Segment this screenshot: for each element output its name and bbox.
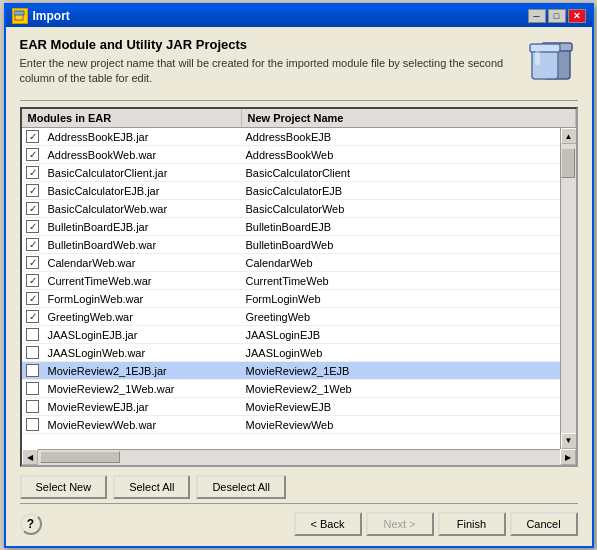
table-row[interactable]: ✓BulletinBoardWeb.warBulletinBoardWeb — [22, 236, 560, 254]
table-row[interactable]: ✓CurrentTimeWeb.warCurrentTimeWeb — [22, 272, 560, 290]
scroll-up-button[interactable]: ▲ — [561, 128, 576, 144]
finish-button[interactable]: Finish — [438, 512, 506, 536]
row-checkbox[interactable]: ✓ — [22, 129, 44, 144]
table-row[interactable]: JAASLoginEJB.jarJAASLoginEJB — [22, 326, 560, 344]
modules-table: Modules in EAR New Project Name ✓Address… — [20, 107, 578, 466]
checkbox-indicator[interactable] — [26, 364, 39, 377]
horizontal-scrollbar[interactable]: ◀ ▶ — [22, 449, 576, 465]
checkbox-indicator[interactable]: ✓ — [26, 274, 39, 287]
module-name-cell: BulletinBoardEJB.jar — [44, 220, 242, 234]
table-header: Modules in EAR New Project Name — [22, 109, 576, 128]
selection-buttons: Select New Select All Deselect All — [20, 475, 578, 499]
row-checkbox[interactable] — [22, 417, 44, 432]
minimize-button[interactable]: ─ — [528, 9, 546, 23]
module-name-cell: BasicCalculatorEJB.jar — [44, 184, 242, 198]
col-header-newname: New Project Name — [242, 109, 576, 127]
scroll-left-button[interactable]: ◀ — [22, 449, 38, 465]
row-checkbox[interactable] — [22, 381, 44, 396]
new-project-name-cell[interactable]: JAASLoginEJB — [242, 328, 560, 342]
row-checkbox[interactable] — [22, 399, 44, 414]
back-button[interactable]: < Back — [294, 512, 362, 536]
window-title: Import — [33, 9, 70, 23]
checkbox-indicator[interactable]: ✓ — [26, 292, 39, 305]
row-checkbox[interactable] — [22, 327, 44, 342]
table-row[interactable]: ✓BasicCalculatorEJB.jarBasicCalculatorEJ… — [22, 182, 560, 200]
new-project-name-cell[interactable]: AddressBookEJB — [242, 130, 560, 144]
row-checkbox[interactable]: ✓ — [22, 291, 44, 306]
checkbox-indicator[interactable]: ✓ — [26, 148, 39, 161]
checkbox-indicator[interactable] — [26, 418, 39, 431]
checkbox-indicator[interactable]: ✓ — [26, 184, 39, 197]
row-checkbox[interactable] — [22, 345, 44, 360]
table-row[interactable]: MovieReview2_1Web.warMovieReview2_1Web — [22, 380, 560, 398]
select-all-button[interactable]: Select All — [113, 475, 190, 499]
vertical-scrollbar[interactable]: ▲ ▼ — [560, 128, 576, 448]
title-bar: Import ─ □ ✕ — [6, 5, 592, 27]
module-name-cell: FormLoginWeb.war — [44, 292, 242, 306]
row-checkbox[interactable] — [22, 363, 44, 378]
select-new-button[interactable]: Select New — [20, 475, 108, 499]
module-name-cell: MovieReviewEJB.jar — [44, 400, 242, 414]
checkbox-indicator[interactable]: ✓ — [26, 130, 39, 143]
table-row[interactable]: MovieReview2_1EJB.jarMovieReview2_1EJB — [22, 362, 560, 380]
module-name-cell: BasicCalculatorWeb.war — [44, 202, 242, 216]
new-project-name-cell[interactable]: AddressBookWeb — [242, 148, 560, 162]
checkbox-indicator[interactable] — [26, 328, 39, 341]
row-checkbox[interactable]: ✓ — [22, 309, 44, 324]
table-row[interactable]: ✓BulletinBoardEJB.jarBulletinBoardEJB — [22, 218, 560, 236]
new-project-name-cell[interactable]: FormLoginWeb — [242, 292, 560, 306]
cancel-button[interactable]: Cancel — [510, 512, 578, 536]
row-checkbox[interactable]: ✓ — [22, 165, 44, 180]
new-project-name-cell[interactable]: BulletinBoardWeb — [242, 238, 560, 252]
maximize-button[interactable]: □ — [548, 9, 566, 23]
checkbox-indicator[interactable] — [26, 382, 39, 395]
checkbox-indicator[interactable]: ✓ — [26, 310, 39, 323]
checkbox-indicator[interactable]: ✓ — [26, 238, 39, 251]
table-row[interactable]: ✓BasicCalculatorWeb.warBasicCalculatorWe… — [22, 200, 560, 218]
new-project-name-cell[interactable]: GreetingWeb — [242, 310, 560, 324]
new-project-name-cell[interactable]: MovieReview2_1Web — [242, 382, 560, 396]
table-row[interactable]: ✓CalendarWeb.warCalendarWeb — [22, 254, 560, 272]
close-button[interactable]: ✕ — [568, 9, 586, 23]
new-project-name-cell[interactable]: MovieReview2_1EJB — [242, 364, 560, 378]
new-project-name-cell[interactable]: JAASLoginWeb — [242, 346, 560, 360]
scroll-thumb[interactable] — [561, 148, 575, 178]
row-checkbox[interactable]: ✓ — [22, 237, 44, 252]
table-row[interactable]: ✓AddressBookWeb.warAddressBookWeb — [22, 146, 560, 164]
h-scroll-thumb[interactable] — [40, 451, 120, 463]
new-project-name-cell[interactable]: MovieReviewWeb — [242, 418, 560, 432]
table-row[interactable]: ✓BasicCalculatorClient.jarBasicCalculato… — [22, 164, 560, 182]
row-checkbox[interactable]: ✓ — [22, 147, 44, 162]
checkbox-indicator[interactable]: ✓ — [26, 166, 39, 179]
new-project-name-cell[interactable]: BasicCalculatorEJB — [242, 184, 560, 198]
checkbox-indicator[interactable]: ✓ — [26, 220, 39, 233]
new-project-name-cell[interactable]: BulletinBoardEJB — [242, 220, 560, 234]
new-project-name-cell[interactable]: CurrentTimeWeb — [242, 274, 560, 288]
scroll-down-button[interactable]: ▼ — [561, 433, 576, 449]
table-row[interactable]: ✓FormLoginWeb.warFormLoginWeb — [22, 290, 560, 308]
row-checkbox[interactable]: ✓ — [22, 201, 44, 216]
row-checkbox[interactable]: ✓ — [22, 273, 44, 288]
scroll-track[interactable] — [561, 144, 576, 432]
table-row[interactable]: ✓GreetingWeb.warGreetingWeb — [22, 308, 560, 326]
table-row[interactable]: ✓AddressBookEJB.jarAddressBookEJB — [22, 128, 560, 146]
checkbox-indicator[interactable] — [26, 346, 39, 359]
new-project-name-cell[interactable]: CalendarWeb — [242, 256, 560, 270]
checkbox-indicator[interactable] — [26, 400, 39, 413]
scroll-right-button[interactable]: ▶ — [560, 449, 576, 465]
table-row[interactable]: MovieReviewWeb.warMovieReviewWeb — [22, 416, 560, 434]
new-project-name-cell[interactable]: BasicCalculatorWeb — [242, 202, 560, 216]
table-row[interactable]: JAASLoginWeb.warJAASLoginWeb — [22, 344, 560, 362]
deselect-all-button[interactable]: Deselect All — [196, 475, 285, 499]
row-checkbox[interactable]: ✓ — [22, 255, 44, 270]
next-button[interactable]: Next > — [366, 512, 434, 536]
checkbox-indicator[interactable]: ✓ — [26, 202, 39, 215]
table-row[interactable]: MovieReviewEJB.jarMovieReviewEJB — [22, 398, 560, 416]
row-checkbox[interactable]: ✓ — [22, 183, 44, 198]
new-project-name-cell[interactable]: BasicCalculatorClient — [242, 166, 560, 180]
checkbox-indicator[interactable]: ✓ — [26, 256, 39, 269]
new-project-name-cell[interactable]: MovieReviewEJB — [242, 400, 560, 414]
h-scroll-track[interactable] — [38, 450, 560, 464]
row-checkbox[interactable]: ✓ — [22, 219, 44, 234]
help-button[interactable]: ? — [20, 513, 42, 535]
